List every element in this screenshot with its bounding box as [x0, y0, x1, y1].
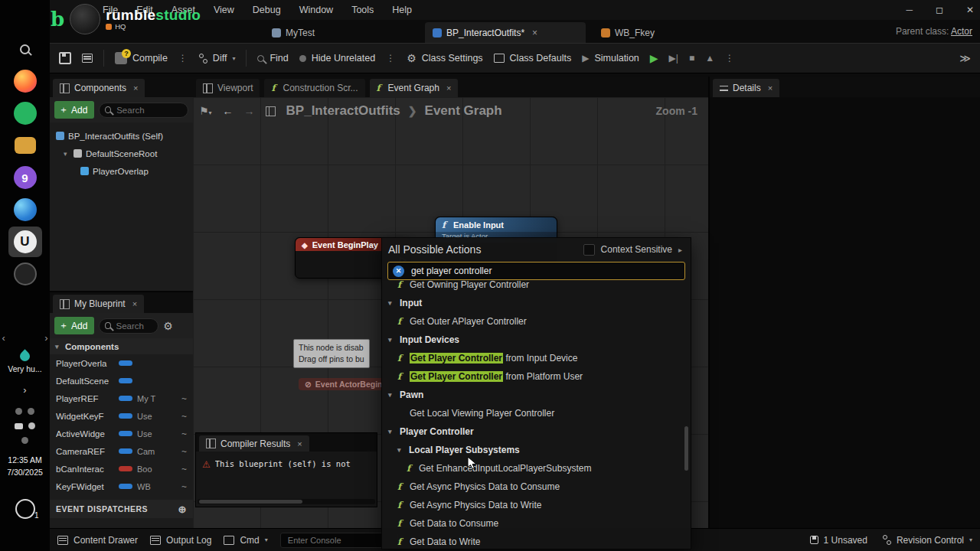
tab-bp-interactoutfits[interactable]: BP_InteractOutfits* ×: [425, 22, 586, 43]
components-search[interactable]: [99, 103, 188, 118]
play-options-icon[interactable]: ⋮: [725, 53, 735, 64]
find-button[interactable]: Find: [257, 53, 288, 64]
collapse-right-icon[interactable]: ›: [44, 332, 47, 344]
tree-item-scene-root[interactable]: ▾ DefaultSceneRoot: [50, 145, 193, 162]
tab-components[interactable]: Components ×: [53, 79, 145, 97]
console-command-field[interactable]: [280, 533, 398, 548]
menu-help[interactable]: Help: [384, 2, 420, 18]
edge-icon[interactable]: [8, 194, 42, 225]
close-tab-icon[interactable]: ×: [532, 28, 537, 38]
my-blueprint-search-input[interactable]: [115, 321, 153, 331]
action-item[interactable]: fGet EnhancedInputLocalPlayerSubsystem: [382, 459, 691, 478]
class-settings-button[interactable]: ⚙ Class Settings: [407, 52, 482, 64]
node-event-actorbegin-disabled[interactable]: ⊘ Event ActorBegin: [299, 378, 389, 390]
variable-row[interactable]: CameraREFCam~: [50, 442, 193, 460]
eye-icon[interactable]: ~: [181, 481, 187, 492]
action-item[interactable]: fGet Async Physics Data to Consume: [382, 478, 691, 496]
expand-arrow-icon[interactable]: ▸: [678, 246, 684, 254]
tab-details[interactable]: Details ×: [713, 79, 779, 97]
output-log-button[interactable]: Output Log: [150, 535, 211, 546]
class-defaults-button[interactable]: Class Defaults: [494, 53, 572, 64]
messenger-icon[interactable]: [8, 98, 42, 129]
my-blueprint-search[interactable]: [99, 318, 158, 334]
unreal-icon[interactable]: U: [8, 227, 42, 257]
profile-icon[interactable]: 1: [15, 499, 35, 519]
close-panel-icon[interactable]: ×: [132, 299, 137, 308]
firefox-icon[interactable]: [8, 66, 42, 96]
variable-row[interactable]: PlayerREFMy T~: [50, 390, 193, 407]
stop-button[interactable]: ■: [689, 53, 694, 64]
variable-row[interactable]: WidgetKeyFUse~: [50, 407, 193, 425]
tab-viewport[interactable]: Viewport: [196, 79, 260, 97]
tab-compiler-results[interactable]: Compiler Results ×: [199, 435, 309, 452]
tab-wb-fkey[interactable]: WB_Fkey: [593, 22, 662, 43]
clear-search-icon[interactable]: ✕: [393, 266, 404, 277]
tree-item-player-overlap[interactable]: PlayerOverlap: [50, 162, 193, 180]
bookmark-icon[interactable]: ⚑▾: [199, 105, 212, 117]
diff-button[interactable]: Diff▾: [199, 53, 236, 64]
compile-options-icon[interactable]: ⋮: [178, 53, 188, 64]
play-button[interactable]: ▶: [650, 52, 658, 64]
add-blueprint-item-button[interactable]: ＋Add: [54, 317, 94, 334]
variable-row[interactable]: KeyFWidgetWB~: [50, 478, 193, 495]
weather-icon[interactable]: [15, 408, 22, 415]
mic-icon[interactable]: [15, 423, 23, 429]
nine-chat-icon[interactable]: 9: [8, 162, 42, 193]
save-button[interactable]: [59, 52, 71, 64]
settings-gear-icon[interactable]: ⚙: [163, 320, 173, 332]
console-command-input[interactable]: [286, 535, 392, 546]
action-category[interactable]: ▾Input: [382, 294, 691, 312]
tab-my-blueprint[interactable]: My Blueprint ×: [53, 295, 144, 313]
add-dispatcher-icon[interactable]: ⊕: [178, 504, 187, 515]
hide-unrelated-options-icon[interactable]: ⋮: [386, 53, 396, 64]
nav-forward-icon[interactable]: →: [244, 105, 255, 117]
hide-unrelated-button[interactable]: Hide Unrelated: [299, 53, 375, 64]
tab-construction-script[interactable]: f Construction Scr...: [264, 79, 364, 97]
tab-event-graph[interactable]: f Event Graph ×: [370, 79, 459, 97]
action-item[interactable]: fGet Player Controller from Input Device: [382, 349, 691, 367]
menu-view[interactable]: View: [205, 2, 243, 18]
nav-back-icon[interactable]: ←: [223, 105, 234, 117]
collapse-left-icon[interactable]: ‹: [2, 332, 5, 344]
maximize-button[interactable]: ◻: [936, 5, 943, 15]
action-item[interactable]: fGet Data to Consume: [382, 514, 691, 533]
browse-button[interactable]: [82, 54, 93, 63]
eye-icon[interactable]: ~: [181, 411, 187, 422]
expand-right-icon[interactable]: ›: [23, 384, 26, 396]
vertical-scrollbar[interactable]: [684, 276, 689, 549]
breadcrumb-root[interactable]: BP_InteractOutfits: [286, 103, 400, 119]
parent-class-link[interactable]: Actor: [951, 26, 972, 37]
eject-button[interactable]: ▲: [705, 53, 714, 64]
obs-icon[interactable]: [8, 259, 42, 289]
files-icon[interactable]: [8, 130, 42, 161]
revision-control-button[interactable]: Revision Control▾: [883, 535, 972, 546]
close-panel-icon[interactable]: ×: [133, 83, 138, 93]
action-category[interactable]: ▾Input Devices: [382, 331, 691, 349]
eye-icon[interactable]: ~: [181, 393, 187, 404]
eye-icon[interactable]: ~: [181, 464, 187, 474]
variable-row[interactable]: bCanInteracBoo~: [50, 460, 193, 478]
content-drawer-button[interactable]: Content Drawer: [57, 535, 138, 546]
compile-button[interactable]: ? Compile: [115, 52, 168, 64]
components-search-input[interactable]: [115, 105, 182, 116]
moon-icon[interactable]: [28, 408, 34, 415]
add-component-button[interactable]: ＋Add: [54, 101, 94, 119]
section-event-dispatchers[interactable]: EVENT DISPATCHERS ⊕: [50, 500, 193, 518]
menu-tools[interactable]: Tools: [343, 2, 382, 18]
variable-row[interactable]: DefaultScene~: [50, 372, 193, 390]
minimize-button[interactable]: ─: [906, 5, 913, 15]
action-category[interactable]: ▾Pawn: [382, 386, 691, 404]
water-drop-icon[interactable]: [18, 349, 31, 363]
section-components[interactable]: ▾ Components: [50, 338, 193, 354]
close-button[interactable]: ✕: [966, 5, 974, 15]
frame-skip-button[interactable]: ▶|: [669, 53, 678, 64]
action-item[interactable]: fGet Outer APlayer Controller: [382, 312, 691, 331]
tree-item-self[interactable]: BP_InteractOutfits (Self): [50, 127, 193, 145]
action-item[interactable]: fGet Owning Player Controller: [382, 276, 691, 294]
simulation-button[interactable]: ▶ Simulation: [582, 53, 639, 64]
action-item[interactable]: fGet Data to Write: [382, 533, 691, 549]
search-icon[interactable]: [8, 34, 42, 64]
tab-mytest[interactable]: MyTest: [264, 22, 322, 43]
menu-window[interactable]: Window: [291, 2, 341, 18]
menu-debug[interactable]: Debug: [244, 2, 289, 18]
